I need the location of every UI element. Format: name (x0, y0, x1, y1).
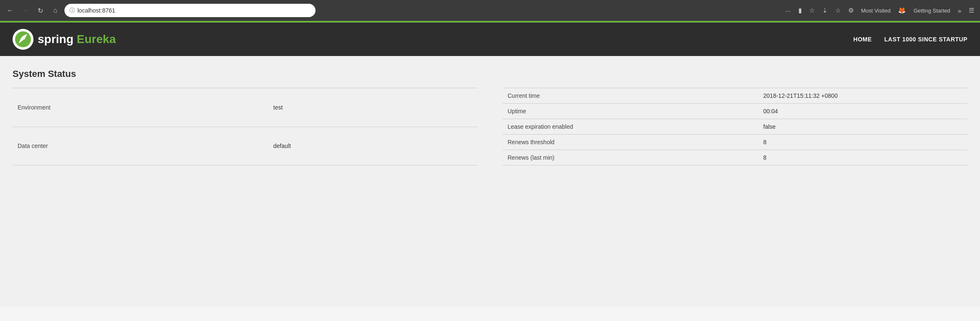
table-row: Uptime 00:04 (503, 104, 967, 119)
row-value: 8 (758, 150, 967, 166)
forward-button[interactable]: → (19, 5, 31, 16)
toolbar-right: ··· ▮ ☆ ⇣ ☆ ⚙ Most Visited 🦊 Getting Sta… (784, 5, 976, 16)
row-key: Current time (503, 88, 758, 104)
spring-logo-icon (13, 29, 33, 50)
right-status-table: Current time 2018-12-21T15:11:32 +0800 U… (503, 88, 967, 166)
library-button[interactable]: ☰ (967, 5, 976, 16)
browser-toolbar: ← → ↻ ⌂ ⓘ localhost:8761 ··· ▮ ☆ ⇣ ☆ ⚙ M… (0, 0, 980, 21)
row-key: Environment (13, 88, 268, 127)
star-button[interactable]: ☆ (808, 5, 816, 16)
row-value: 2018-12-21T15:11:32 +0800 (758, 88, 967, 104)
logo-area: spring Eureka (13, 29, 116, 50)
pocket-button[interactable]: ▮ (797, 5, 803, 16)
bookmark-button[interactable]: ☆ (834, 5, 842, 16)
logo-text: spring Eureka (38, 33, 116, 46)
row-key: Renews threshold (503, 135, 758, 150)
getting-started-label: Getting Started (912, 6, 952, 15)
page-content: System Status Environment test Data cent… (0, 56, 980, 307)
getting-started-icon: 🦊 (896, 5, 908, 16)
header-nav: HOME LAST 1000 SINCE STARTUP (853, 36, 967, 43)
system-status-title: System Status (13, 69, 967, 79)
table-row: Data center default (13, 127, 477, 166)
back-button[interactable]: ← (4, 5, 16, 16)
row-key: Renews (last min) (503, 150, 758, 166)
page-header: spring Eureka HOME LAST 1000 SINCE START… (0, 23, 980, 56)
url-text: localhost:8761 (77, 7, 310, 14)
row-key: Uptime (503, 104, 758, 119)
reload-button[interactable]: ↻ (34, 5, 46, 16)
table-row: Current time 2018-12-21T15:11:32 +0800 (503, 88, 967, 104)
logo-eureka: Eureka (77, 33, 115, 46)
spring-leaf-svg (15, 31, 31, 48)
row-key: Data center (13, 127, 268, 166)
nav-last-1000[interactable]: LAST 1000 SINCE STARTUP (884, 36, 967, 43)
left-status-table: Environment test Data center default (13, 88, 477, 166)
row-value: 00:04 (758, 104, 967, 119)
table-row: Renews threshold 8 (503, 135, 967, 150)
gear-button[interactable]: ⚙ (847, 5, 855, 16)
address-bar[interactable]: ⓘ localhost:8761 (64, 4, 316, 17)
nav-home[interactable]: HOME (853, 36, 872, 43)
browser-chrome: ← → ↻ ⌂ ⓘ localhost:8761 ··· ▮ ☆ ⇣ ☆ ⚙ M… (0, 0, 980, 21)
most-visited-label: Most Visited (859, 6, 893, 15)
row-key: Lease expiration enabled (503, 119, 758, 135)
status-grid: Environment test Data center default Cur… (13, 88, 967, 166)
table-row: Environment test (13, 88, 477, 127)
more-button[interactable]: ··· (784, 5, 793, 16)
more-bookmarks-button[interactable]: » (956, 5, 963, 16)
row-value: false (758, 119, 967, 135)
home-button[interactable]: ⌂ (49, 5, 61, 16)
download-button[interactable]: ⇣ (821, 5, 829, 16)
row-value: 8 (758, 135, 967, 150)
row-value: default (268, 127, 477, 166)
logo-spring: spring (38, 33, 74, 46)
table-row: Renews (last min) 8 (503, 150, 967, 166)
row-value: test (268, 88, 477, 127)
table-row: Lease expiration enabled false (503, 119, 967, 135)
info-icon: ⓘ (69, 7, 75, 14)
